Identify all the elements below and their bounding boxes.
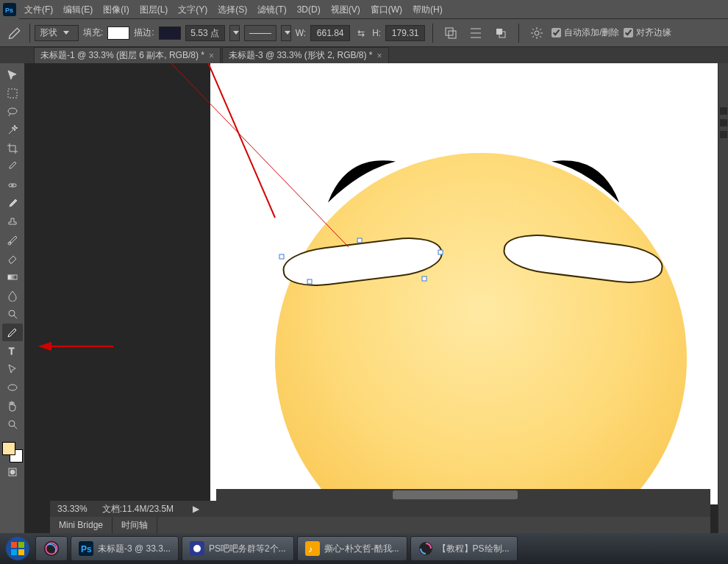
pen-tool[interactable] [2, 324, 23, 341]
history-brush-tool[interactable] [2, 232, 23, 249]
music-icon: ♪ [305, 541, 320, 556]
menu-help[interactable]: 帮助(H) [407, 0, 448, 19]
scrollbar-thumb[interactable] [393, 490, 518, 499]
canvas[interactable]: 33.33% 文档:11.4M/23.5M ▶ Mini Bridge 时间轴 [25, 63, 718, 533]
menu-bar: Ps 文件(F) 编辑(E) 图像(I) 图层(L) 文字(Y) 选择(S) 滤… [0, 0, 728, 19]
svg-point-8 [8, 108, 17, 114]
menu-select[interactable]: 选择(S) [213, 0, 252, 19]
path-arrange-icon[interactable] [490, 23, 511, 43]
fill-label: 填充: [83, 26, 103, 39]
lasso-tool[interactable] [2, 103, 23, 121]
zoom-tool[interactable] [2, 415, 23, 433]
taskbar-label: PS吧吧务群等2个... [209, 543, 286, 555]
svg-rect-28 [18, 542, 24, 548]
fill-swatch[interactable] [107, 26, 129, 40]
brush-tool[interactable] [2, 195, 23, 213]
start-button[interactable] [3, 534, 32, 563]
doc-tab-2[interactable]: 未标题-3 @ 33.3% (形状 2, RGB/8) * × [222, 47, 389, 63]
blur-tool[interactable] [2, 287, 23, 304]
tool-palette: T [0, 63, 25, 533]
taskbar-browser[interactable]: 【教程】PS绘制... [410, 536, 518, 561]
taskbar-music[interactable]: ♪ 撕心-朴文哲-酷我... [297, 536, 407, 561]
stroke-size-field[interactable]: 5.53 点 [185, 25, 225, 41]
path-ops-combine-icon[interactable] [440, 23, 461, 43]
taskbar-label: 未标题-3 @ 33.3... [98, 543, 171, 555]
taskbar-ps[interactable]: Ps 未标题-3 @ 33.3... [71, 536, 179, 561]
color-swatches[interactable] [2, 442, 23, 463]
menu-file[interactable]: 文件(F) [19, 0, 58, 19]
svg-rect-11 [8, 275, 17, 279]
type-tool[interactable]: T [2, 342, 23, 360]
doc-size: 文档:11.4M/23.5M [102, 503, 174, 515]
svg-point-17 [10, 470, 15, 474]
close-tab-icon[interactable]: × [209, 51, 214, 61]
browser-icon [418, 541, 433, 556]
menu-filter[interactable]: 滤镜(T) [252, 0, 291, 19]
svg-point-14 [8, 385, 17, 390]
stamp-tool[interactable] [2, 213, 23, 231]
chat-icon [190, 541, 204, 556]
eraser-tool[interactable] [2, 250, 23, 268]
svg-point-6 [535, 31, 539, 35]
status-arrow-icon[interactable]: ▶ [193, 504, 199, 514]
hand-tool[interactable] [2, 397, 23, 415]
path-align-icon[interactable] [465, 23, 486, 43]
wand-tool[interactable] [2, 121, 23, 139]
marquee-tool[interactable] [2, 85, 23, 102]
shape-tool[interactable] [2, 379, 23, 396]
menu-edit[interactable]: 编辑(E) [58, 0, 98, 19]
doc-tab-2-title: 未标题-3 @ 33.3% (形状 2, RGB/8) * [229, 49, 373, 62]
close-tab-icon[interactable]: × [377, 51, 382, 61]
taskbar-chat[interactable]: PS吧吧务群等2个... [182, 536, 294, 561]
panel-icon[interactable] [720, 119, 727, 126]
eyedropper-tool[interactable] [2, 158, 23, 176]
height-field[interactable]: 179.31 [385, 25, 425, 41]
zoom-value[interactable]: 33.33% [57, 504, 88, 514]
ps-icon: Ps [79, 541, 93, 556]
dodge-tool[interactable] [2, 305, 23, 323]
gradient-tool[interactable] [2, 268, 23, 286]
menu-window[interactable]: 窗口(W) [365, 0, 407, 19]
svg-rect-3 [449, 31, 456, 38]
menu-type[interactable]: 文字(Y) [173, 0, 213, 19]
width-field[interactable]: 661.84 [310, 25, 350, 41]
svg-point-15 [9, 421, 15, 426]
stroke-swatch[interactable] [159, 26, 181, 40]
fg-color-swatch[interactable] [2, 442, 15, 455]
w-label: W: [296, 28, 306, 38]
app-logo: Ps [0, 0, 19, 19]
menu-3d[interactable]: 3D(D) [292, 0, 326, 19]
menu-view[interactable]: 视图(V) [326, 0, 365, 19]
svg-rect-2 [446, 28, 453, 35]
move-tool[interactable] [2, 66, 23, 84]
menu-layer[interactable]: 图层(L) [135, 0, 174, 19]
panel-tab-minibridge[interactable]: Mini Bridge [50, 517, 113, 533]
stroke-size-dropdown[interactable] [229, 25, 240, 41]
stroke-style-dropdown[interactable] [281, 25, 291, 41]
quickmask-tool[interactable] [2, 463, 23, 481]
doc-tab-1[interactable]: 未标题-1 @ 33.3% (图层 6 副本, RGB/8) * × [34, 47, 221, 63]
tool-mode-dropdown[interactable]: 形状 [35, 25, 79, 41]
crop-tool[interactable] [2, 140, 23, 157]
tool-mode-label: 形状 [40, 26, 57, 39]
panel-icon[interactable] [720, 107, 727, 115]
gear-icon[interactable] [527, 23, 547, 43]
horizontal-scrollbar[interactable] [216, 489, 710, 501]
path-select-tool[interactable] [2, 360, 23, 378]
panel-tab-timeline[interactable]: 时间轴 [113, 517, 157, 533]
stroke-style-preview[interactable] [244, 25, 276, 41]
menu-image[interactable]: 图像(I) [98, 0, 134, 19]
svg-text:Ps: Ps [5, 6, 13, 13]
heal-tool[interactable] [2, 176, 23, 194]
taskbar-app-1[interactable] [35, 536, 68, 561]
auto-add-delete-checkbox[interactable]: 自动添加/删除 [552, 26, 619, 39]
svg-point-35 [193, 545, 201, 552]
document-tabs: 未标题-1 @ 33.3% (图层 6 副本, RGB/8) * × 未标题-3… [0, 47, 728, 63]
panel-icon[interactable] [720, 131, 727, 138]
link-wh-icon[interactable]: ⇆ [354, 28, 368, 38]
align-edges-checkbox[interactable]: 对齐边缘 [624, 26, 671, 39]
svg-rect-29 [11, 549, 17, 555]
right-collapsed-panels[interactable] [718, 63, 728, 533]
doc-tab-1-title: 未标题-1 @ 33.3% (图层 6 副本, RGB/8) * [40, 49, 204, 62]
svg-text:Ps: Ps [81, 544, 92, 554]
